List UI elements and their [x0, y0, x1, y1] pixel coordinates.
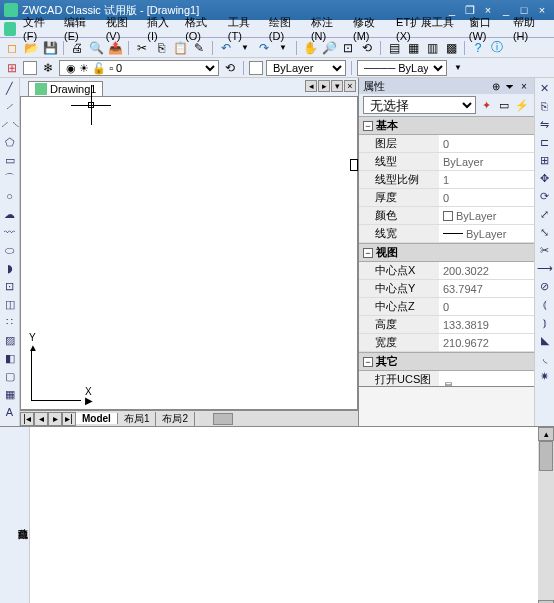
prop-value[interactable]: 0 [439, 298, 534, 315]
design-icon[interactable]: ▦ [405, 40, 421, 56]
menu-insert[interactable]: 插入(I) [142, 15, 180, 42]
hatch-icon[interactable]: ▨ [2, 332, 18, 348]
tab-model[interactable]: Model [76, 413, 118, 424]
cut-icon[interactable]: ✂ [134, 40, 150, 56]
help-icon[interactable]: ? [470, 40, 486, 56]
quick-select-icon[interactable]: ⚡ [514, 97, 530, 113]
tab-prev-button[interactable]: ◂ [305, 80, 317, 92]
prop-value[interactable]: ByLayer [439, 207, 534, 224]
polygon-icon[interactable]: ⬠ [2, 134, 18, 150]
copy-icon[interactable]: ⎘ [153, 40, 169, 56]
prop-row[interactable]: 图层0 [359, 135, 534, 153]
prop-value[interactable]: 210.9672 [439, 334, 534, 351]
prop-value[interactable]: ByLayer [439, 153, 534, 170]
prop-row[interactable]: 线型比例1 [359, 171, 534, 189]
props-icon[interactable]: ▤ [386, 40, 402, 56]
paste-icon[interactable]: 📋 [172, 40, 188, 56]
prop-row[interactable]: 高度133.3819 [359, 316, 534, 334]
redo-icon[interactable]: ↷ [256, 40, 272, 56]
mirror-icon[interactable]: ⇋ [537, 116, 553, 132]
publish-icon[interactable]: 📤 [107, 40, 123, 56]
prop-row[interactable]: 打开UCS图标是 [359, 371, 534, 386]
menu-logo-icon[interactable] [4, 22, 16, 36]
selection-filter[interactable]: 无选择 [363, 96, 476, 114]
sheet-prev-button[interactable]: ◂ [34, 412, 48, 426]
spline-icon[interactable]: 〰 [2, 224, 18, 240]
table-icon[interactable]: ▦ [2, 386, 18, 402]
prop-row[interactable]: 颜色ByLayer [359, 207, 534, 225]
break-point-icon[interactable]: ⊘ [537, 278, 553, 294]
about-icon[interactable]: ⓘ [489, 40, 505, 56]
erase-icon[interactable]: ✕ [537, 80, 553, 96]
tool-palettes-icon[interactable]: ▥ [424, 40, 440, 56]
insert-icon[interactable]: ⊡ [2, 278, 18, 294]
select-objects-icon[interactable]: ▭ [496, 97, 512, 113]
layer-select[interactable]: ◉ ☀ 🔓 ▫ 0 [59, 60, 219, 76]
prop-value[interactable]: 1 [439, 171, 534, 188]
calc-icon[interactable]: ▩ [443, 40, 459, 56]
props-close-button[interactable]: × [518, 80, 530, 92]
menu-file[interactable]: 文件(F) [18, 15, 59, 42]
layer-freeze-icon[interactable]: ❄ [40, 60, 56, 76]
join-icon[interactable]: ⦆ [537, 314, 553, 330]
chamfer-icon[interactable]: ◣ [537, 332, 553, 348]
prop-group-other[interactable]: −其它 [359, 352, 534, 371]
prop-row[interactable]: 厚度0 [359, 189, 534, 207]
drawing-canvas[interactable]: ▲▶ Y X [20, 96, 358, 410]
doc-tab-drawing1[interactable]: Drawing1 [28, 81, 103, 96]
zoom-rt-icon[interactable]: 🔎 [321, 40, 337, 56]
move-icon[interactable]: ✥ [537, 170, 553, 186]
rectangle-icon[interactable]: ▭ [2, 152, 18, 168]
layer-state-dd[interactable] [23, 61, 37, 75]
prop-value[interactable]: ByLayer [439, 225, 534, 242]
tab-close-button[interactable]: × [344, 80, 356, 92]
prop-row[interactable]: 宽度210.9672 [359, 334, 534, 352]
undo-icon[interactable]: ↶ [218, 40, 234, 56]
menu-ext[interactable]: ET扩展工具(X) [391, 15, 464, 42]
region-icon[interactable]: ▢ [2, 368, 18, 384]
prop-value[interactable]: 200.3022 [439, 262, 534, 279]
zoom-prev-icon[interactable]: ⟲ [359, 40, 375, 56]
props-autohide-button[interactable]: ⏷ [504, 80, 516, 92]
menu-window[interactable]: 窗口(W) [464, 15, 508, 42]
color-select[interactable]: ByLayer [266, 60, 346, 76]
zoom-win-icon[interactable]: ⊡ [340, 40, 356, 56]
prop-group-basic[interactable]: −基本 [359, 116, 534, 135]
menu-help[interactable]: 帮助(H) [508, 15, 550, 42]
prop-value[interactable]: 63.7947 [439, 280, 534, 297]
tab-layout2[interactable]: 布局2 [156, 412, 195, 426]
prop-row[interactable]: 中心点Z0 [359, 298, 534, 316]
toggle-pickadd-icon[interactable]: ✦ [478, 97, 494, 113]
menu-view[interactable]: 视图(V) [101, 15, 143, 42]
redo-dd-icon[interactable]: ▼ [275, 40, 291, 56]
sheet-last-button[interactable]: ▸| [62, 412, 76, 426]
scale-icon[interactable]: ⤢ [537, 206, 553, 222]
prop-row[interactable]: 中心点X200.3022 [359, 262, 534, 280]
extend-icon[interactable]: ⟶ [537, 260, 553, 276]
menu-draw[interactable]: 绘图(D) [264, 15, 306, 42]
break-icon[interactable]: ⦅ [537, 296, 553, 312]
open-icon[interactable]: 📂 [23, 40, 39, 56]
undo-dd-icon[interactable]: ▼ [237, 40, 253, 56]
sheet-first-button[interactable]: |◂ [20, 412, 34, 426]
arc-icon[interactable]: ⌒ [2, 170, 18, 186]
explode-icon[interactable]: ✷ [537, 368, 553, 384]
polyline-icon[interactable]: ⟋⟍ [2, 116, 18, 132]
save-icon[interactable]: 💾 [42, 40, 58, 56]
prop-value[interactable]: 133.3819 [439, 316, 534, 333]
prop-value[interactable]: 是 [439, 371, 534, 386]
menu-modify[interactable]: 修改(M) [348, 15, 391, 42]
fillet-icon[interactable]: ◟ [537, 350, 553, 366]
linetype-dd-icon[interactable]: ▼ [450, 60, 466, 76]
pan-icon[interactable]: ✋ [302, 40, 318, 56]
command-text-area[interactable]: ▴ ▾ [30, 427, 554, 603]
block-icon[interactable]: ◫ [2, 296, 18, 312]
line-icon[interactable]: ╱ [2, 80, 18, 96]
prop-value[interactable]: 0 [439, 189, 534, 206]
trim-icon[interactable]: ✂ [537, 242, 553, 258]
match-icon[interactable]: ✎ [191, 40, 207, 56]
circle-icon[interactable]: ○ [2, 188, 18, 204]
xline-icon[interactable]: ⟋ [2, 98, 18, 114]
menu-edit[interactable]: 编辑(E) [59, 15, 101, 42]
tab-next-button[interactable]: ▸ [318, 80, 330, 92]
